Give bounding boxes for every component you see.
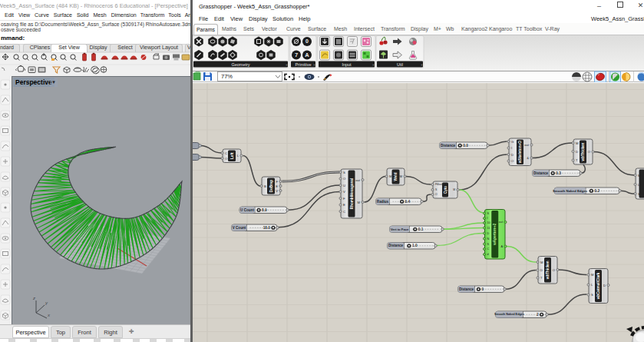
svg-text:D: D (576, 150, 578, 154)
svg-text:U Count: U Count (240, 208, 254, 212)
svg-text:Radius: Radius (377, 200, 389, 204)
svg-text:0.3: 0.3 (556, 171, 561, 175)
svg-text:I: I (511, 146, 512, 150)
svg-text:Distance: Distance (388, 244, 404, 247)
svg-text:wbThicken: wbThicken (546, 261, 550, 280)
svg-text:E: E (276, 184, 278, 188)
svg-text:Cyto: Cyto (444, 186, 447, 194)
svg-text:N: N (487, 237, 490, 241)
svg-text:wAperture+2: wAperture+2 (493, 223, 497, 245)
svg-text:M: M (358, 201, 361, 204)
svg-text:wbThicken: wbThicken (581, 142, 585, 161)
svg-text:wSkeleton+O: wSkeleton+O (518, 141, 522, 164)
svg-text:M: M (389, 174, 392, 178)
svg-text:0: 0 (481, 287, 484, 291)
svg-text:C: C (487, 247, 490, 251)
svg-text:S: S (591, 293, 593, 297)
svg-text:out: out (355, 178, 361, 182)
svg-text:S: S (638, 192, 640, 196)
svg-text:D: D (603, 284, 606, 287)
svg-text:D: D (511, 153, 514, 157)
svg-text:out: out (524, 143, 530, 147)
svg-text:0.0: 0.0 (463, 144, 468, 148)
svg-text:8.9: 8.9 (262, 208, 267, 212)
svg-text:V: V (276, 189, 278, 193)
svg-text:T: T (576, 158, 578, 162)
svg-text:11: 11 (487, 227, 490, 230)
svg-text:10: 10 (487, 221, 490, 224)
svg-text:18.0: 18.0 (263, 226, 271, 230)
svg-text:Loft: Loft (230, 152, 234, 159)
svg-text:T: T (540, 276, 543, 280)
svg-text:&: & (527, 156, 529, 160)
svg-text:Distance: Distance (459, 287, 474, 291)
svg-text:d: d (487, 253, 489, 256)
svg-text:x: x (47, 313, 51, 317)
svg-text:E: E (343, 203, 345, 207)
svg-text:Distance: Distance (441, 144, 456, 148)
svg-text:1.0: 1.0 (412, 244, 418, 247)
svg-text:M: M (638, 174, 641, 178)
svg-text:F: F (276, 180, 278, 184)
svg-text:z: z (32, 296, 35, 300)
svg-text:DeBrep: DeBrep (269, 180, 273, 193)
svg-text:O: O (435, 193, 438, 196)
svg-text:C: C (343, 210, 345, 214)
svg-text:Vert to Face: Vert to Face (391, 227, 409, 231)
svg-text:D: D (540, 268, 543, 272)
svg-text:M: M (540, 261, 543, 264)
svg-text:77%: 77% (221, 73, 233, 80)
svg-text:0.2: 0.2 (594, 189, 599, 193)
svg-text:Distance: Distance (533, 171, 549, 175)
svg-text:S: S (343, 171, 345, 174)
svg-text:M: M (591, 273, 594, 277)
svg-text:2: 2 (537, 313, 539, 317)
svg-text:M: M (576, 141, 579, 145)
svg-text:U: U (343, 184, 345, 188)
svg-text:Smooth Naked Edges: Smooth Naked Edges (494, 313, 524, 316)
svg-text:I: I (487, 217, 488, 220)
svg-text:0.4: 0.4 (405, 200, 411, 204)
svg-text:M: M (453, 188, 455, 191)
svg-text:FMesh: FMesh (435, 183, 443, 186)
svg-text:RhombiHexagonal: RhombiHexagonal (350, 178, 354, 209)
svg-text:G: G (511, 140, 514, 144)
svg-text:C: C (225, 151, 227, 155)
svg-text:y: y (45, 300, 48, 305)
svg-text:B: B (264, 184, 266, 188)
svg-text:V Count: V Count (233, 226, 246, 230)
svg-text:0.1: 0.1 (418, 227, 424, 231)
svg-text:F: F (343, 197, 345, 201)
svg-text:D: D (487, 232, 490, 235)
svg-text:Weld: Weld (394, 172, 398, 181)
svg-text:Smooth Naked Edges: Smooth Naked Edges (553, 189, 588, 193)
svg-text:V: V (343, 190, 345, 194)
svg-text:M: M (400, 174, 403, 178)
svg-text:wbCatmullClark: wbCatmullClark (596, 272, 600, 300)
